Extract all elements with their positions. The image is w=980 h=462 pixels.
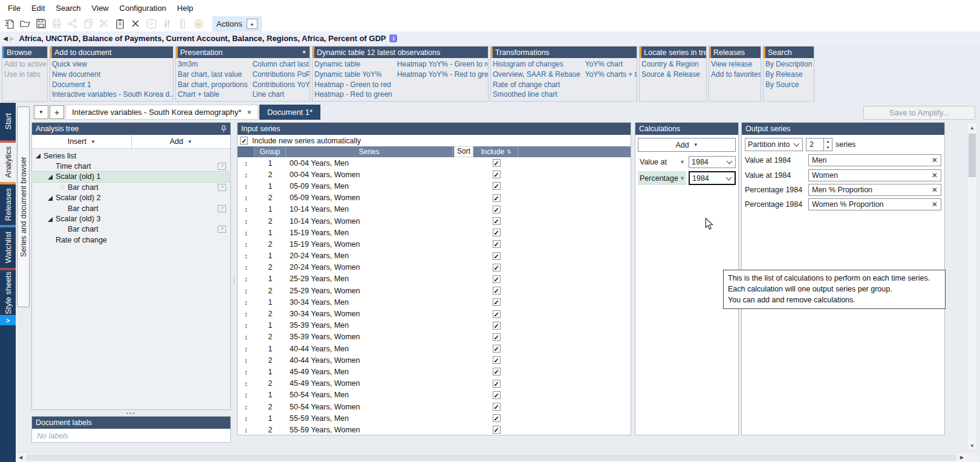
auto-include-checkbox[interactable]: ✓ <box>240 137 248 145</box>
action-link[interactable]: Source & Release <box>641 70 700 80</box>
include-checkbox[interactable]: ✓ <box>493 380 501 388</box>
tree-item[interactable]: ☆ Bar chart ↗ <box>32 224 230 235</box>
input-series-row[interactable]: ↕ 2 05-09 Years, Women ✓ <box>238 192 631 204</box>
include-checkbox[interactable]: ✓ <box>493 217 501 225</box>
paste-icon[interactable] <box>112 16 128 31</box>
calculation-year-combobox[interactable]: 1984 <box>689 156 736 168</box>
action-link[interactable]: Heatmap - Red to green <box>314 89 392 100</box>
input-series-row[interactable]: ↕ 1 50-54 Years, Men ✓ <box>238 389 631 401</box>
action-link[interactable]: By Description <box>765 59 812 70</box>
output-series-name-input[interactable]: Women % Proportion✕ <box>808 198 941 210</box>
scroll-up-icon[interactable]: ▲ <box>967 123 977 132</box>
chevron-down-icon[interactable]: ▼ <box>302 50 307 55</box>
scroll-left-icon[interactable]: ◀ <box>16 453 25 462</box>
open-icon[interactable] <box>18 16 33 31</box>
calculation-row[interactable]: Percentage▼ 1984 <box>635 170 738 186</box>
drag-handle-icon[interactable]: ↕ <box>238 345 255 353</box>
include-checkbox[interactable]: ✓ <box>493 275 501 283</box>
output-series-name-input[interactable]: Women✕ <box>808 169 941 181</box>
drag-handle-icon[interactable]: ↕ <box>238 218 255 225</box>
action-link[interactable]: Dynamic table YoY% <box>314 70 392 80</box>
input-series-row[interactable]: ↕ 2 50-54 Years, Women ✓ <box>238 401 631 412</box>
partition-count-stepper[interactable]: 2 ▲▼ <box>806 138 832 151</box>
action-link[interactable]: Rate of change chart <box>493 80 580 90</box>
drag-handle-icon[interactable]: ↕ <box>238 275 255 282</box>
stepper-up-icon[interactable]: ▲ <box>824 138 832 145</box>
action-link[interactable]: Add to favorites <box>711 70 761 80</box>
new-tab-button[interactable]: + <box>50 105 64 119</box>
scroll-right-icon[interactable]: ▶ <box>957 453 967 462</box>
close-tab-icon[interactable]: × <box>247 108 251 117</box>
action-link[interactable]: Smoothed line chart <box>493 89 580 100</box>
menu-item[interactable]: Search <box>50 4 86 13</box>
expand-sidebar-icon[interactable]: > <box>0 315 16 325</box>
input-series-row[interactable]: ↕ 2 00-04 Years, Women ✓ <box>238 169 631 180</box>
input-series-row[interactable]: ↕ 1 10-14 Years, Men ✓ <box>238 204 631 215</box>
input-series-row[interactable]: ↕ 2 10-14 Years, Women ✓ <box>238 215 631 227</box>
input-series-row[interactable]: ↕ 2 20-24 Years, Women ✓ <box>238 262 631 273</box>
tree-item[interactable]: ☆ Scalar (old) 2 ↗ <box>32 193 230 203</box>
action-link[interactable]: Document 1 <box>52 80 174 90</box>
input-series-row[interactable]: ↕ 2 15-19 Years, Women ✓ <box>238 238 631 250</box>
sort-button[interactable]: Sort <box>454 146 473 157</box>
drag-handle-icon[interactable]: ↕ <box>238 206 255 213</box>
action-link[interactable]: By Release <box>765 70 812 80</box>
menu-item[interactable]: View <box>86 4 114 13</box>
history-back-icon[interactable]: ◀ <box>3 35 8 42</box>
drag-handle-icon[interactable]: ↕ <box>238 171 255 178</box>
sidebar-tab-analytics[interactable]: Analytics <box>0 143 16 182</box>
input-series-row[interactable]: ↕ 1 40-44 Years, Men ✓ <box>238 343 631 354</box>
include-checkbox[interactable]: ✓ <box>493 194 501 202</box>
column-header-series[interactable]: Series <box>286 146 453 157</box>
actions-button[interactable]: Actions ▲ <box>212 16 262 31</box>
calculation-row[interactable]: Value at▼ 1984 <box>635 154 738 170</box>
calculation-type[interactable]: Value at▼ <box>638 155 686 169</box>
action-link[interactable]: 3m3m <box>178 59 247 70</box>
include-checkbox[interactable]: ✓ <box>493 159 501 167</box>
scroll-down-icon[interactable]: ▼ <box>967 441 977 451</box>
scrollbar-thumb[interactable] <box>26 454 956 461</box>
stepper-down-icon[interactable]: ▼ <box>824 145 832 151</box>
input-series-row[interactable]: ↕ 2 30-34 Years, Women ✓ <box>238 308 631 319</box>
collapse-arrow-icon[interactable]: ▲ <box>247 19 258 29</box>
include-checkbox[interactable]: ✓ <box>493 229 501 236</box>
input-series-row[interactable]: ↕ 2 35-39 Years, Women ✓ <box>238 331 631 343</box>
drag-handle-icon[interactable]: ↕ <box>238 415 255 422</box>
insert-button[interactable]: Insert▼ <box>32 135 132 148</box>
drag-handle-icon[interactable]: ↕ <box>238 160 255 167</box>
expand-icon[interactable] <box>48 175 53 180</box>
include-checkbox[interactable]: ✓ <box>493 333 501 341</box>
sidebar-tab-watchlist[interactable]: Watchlist <box>0 227 16 268</box>
include-checkbox[interactable]: ✓ <box>493 356 501 364</box>
series-document-browser-collapsed[interactable]: Series and document browser <box>17 106 30 307</box>
action-link[interactable]: Bar chart, proportions <box>178 80 247 90</box>
drag-handle-icon[interactable]: ↕ <box>238 380 255 387</box>
menu-item[interactable]: Configuration <box>114 4 172 13</box>
drag-handle-icon[interactable]: ↕ <box>238 287 255 294</box>
include-checkbox[interactable]: ✓ <box>493 322 501 330</box>
scrollbar-thumb[interactable] <box>969 134 976 177</box>
menu-item[interactable]: Help <box>172 4 199 13</box>
action-link[interactable]: Dynamic table <box>314 59 392 70</box>
action-link[interactable]: Bar chart, last value <box>178 70 247 80</box>
add-calculation-button[interactable]: Add▼ <box>638 138 736 152</box>
drag-handle-icon[interactable]: ↕ <box>238 391 255 399</box>
delete-icon[interactable] <box>128 16 143 31</box>
drag-handle-icon[interactable]: ↕ <box>238 252 255 259</box>
input-series-row[interactable]: ↕ 2 45-49 Years, Women ✓ <box>238 378 631 389</box>
drag-handle-icon[interactable]: ↕ <box>238 194 255 201</box>
input-series-row[interactable]: ↕ 2 55-59 Years, Women ✓ <box>238 424 631 435</box>
input-series-row[interactable]: ↕ 1 00-04 Years, Men ✓ <box>238 157 631 169</box>
expand-icon[interactable] <box>48 217 53 222</box>
partition-mode-select[interactable]: Partition into <box>745 138 803 151</box>
include-checkbox[interactable]: ✓ <box>493 171 501 178</box>
drag-handle-icon[interactable]: ↕ <box>238 333 255 340</box>
sidebar-tab-start[interactable]: Start <box>0 103 16 140</box>
tree-item[interactable]: ☆ Bar chart ↗ <box>32 203 230 213</box>
action-link[interactable]: YoY% chart <box>585 59 637 70</box>
action-link[interactable]: Overview, SAAR & Rebase <box>493 70 580 80</box>
drag-handle-icon[interactable]: ↕ <box>238 229 255 236</box>
action-link[interactable]: By Source <box>765 80 812 90</box>
include-checkbox[interactable]: ✓ <box>493 298 501 306</box>
chevron-down-icon[interactable]: ▼ <box>680 175 685 181</box>
